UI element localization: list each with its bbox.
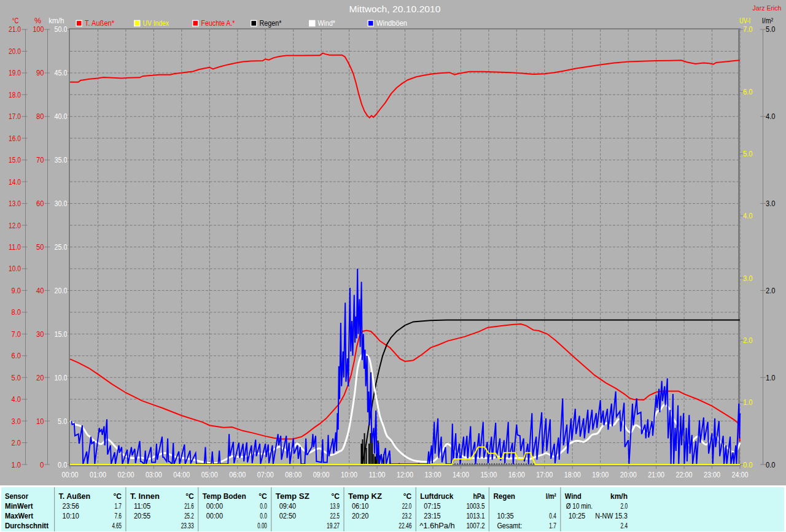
svg-text:0.0: 0.0	[260, 502, 267, 511]
svg-text:18.0: 18.0	[9, 90, 21, 99]
svg-text:07:15: 07:15	[424, 502, 440, 511]
svg-text:3.0: 3.0	[12, 417, 21, 426]
svg-text:%: %	[34, 17, 41, 25]
svg-text:Feuchte A.*: Feuchte A.*	[201, 19, 235, 28]
svg-text:0.0: 0.0	[260, 512, 267, 520]
svg-text:14.0: 14.0	[9, 177, 21, 187]
svg-text:0.00: 0.00	[257, 522, 267, 530]
svg-text:T. Innen: T. Innen	[130, 492, 160, 501]
svg-text:00:00: 00:00	[206, 502, 223, 511]
svg-text:Sensor: Sensor	[5, 492, 28, 501]
svg-text:08:00: 08:00	[285, 470, 302, 479]
svg-text:7.0: 7.0	[12, 330, 21, 339]
svg-text:06:10: 06:10	[352, 502, 368, 511]
svg-text:23:56: 23:56	[63, 502, 79, 511]
svg-text:Windböen: Windböen	[376, 19, 407, 28]
svg-text:2.0: 2.0	[766, 286, 776, 295]
svg-text:4.65: 4.65	[112, 522, 122, 530]
svg-text:20: 20	[36, 373, 44, 382]
svg-text:10:35: 10:35	[497, 512, 513, 520]
svg-text:30.0: 30.0	[55, 199, 68, 208]
svg-text:°C: °C	[113, 492, 122, 501]
svg-text:2.4: 2.4	[621, 522, 628, 530]
svg-text:22.5: 22.5	[330, 512, 340, 520]
svg-text:10.0: 10.0	[9, 264, 21, 273]
svg-text:0: 0	[40, 460, 44, 469]
svg-text:T. Außen: T. Außen	[59, 492, 91, 501]
svg-text:Regen: Regen	[493, 492, 515, 501]
svg-text:22:00: 22:00	[676, 470, 693, 479]
svg-text:Durchschnitt: Durchschnitt	[5, 522, 49, 530]
svg-text:11.0: 11.0	[9, 242, 21, 252]
svg-text:20:00: 20:00	[620, 470, 637, 479]
svg-text:40: 40	[36, 286, 44, 295]
svg-text:23.33: 23.33	[181, 522, 194, 530]
svg-text:Wind*: Wind*	[318, 19, 336, 28]
svg-text:km/h: km/h	[49, 17, 64, 25]
svg-text:00:00: 00:00	[206, 512, 223, 520]
svg-text:Gesamt:: Gesamt:	[497, 522, 522, 530]
svg-text:13:00: 13:00	[424, 470, 441, 479]
svg-text:20.0: 20.0	[9, 47, 21, 56]
svg-text:04:00: 04:00	[173, 470, 190, 479]
svg-text:13.9: 13.9	[330, 502, 340, 511]
svg-text:70: 70	[36, 155, 44, 164]
svg-text:Temp SZ: Temp SZ	[276, 492, 309, 501]
svg-text:4.0: 4.0	[12, 395, 21, 404]
svg-text:16:00: 16:00	[508, 470, 525, 479]
svg-text:10:25: 10:25	[569, 512, 585, 520]
svg-text:7.6: 7.6	[114, 512, 122, 520]
svg-text:30: 30	[36, 330, 44, 339]
svg-text:^1.6hPa/h: ^1.6hPa/h	[419, 522, 454, 530]
svg-text:23.2: 23.2	[402, 512, 412, 520]
svg-text:5.0: 5.0	[743, 149, 753, 158]
svg-text:1.0: 1.0	[743, 398, 753, 407]
svg-text:2.0: 2.0	[621, 502, 628, 511]
svg-text:35.0: 35.0	[55, 155, 68, 164]
svg-text:80: 80	[36, 112, 44, 121]
svg-text:20.0: 20.0	[55, 286, 68, 295]
svg-text:4.0: 4.0	[743, 211, 753, 220]
svg-text:3.0: 3.0	[766, 199, 776, 208]
svg-text:1013.1: 1013.1	[466, 512, 484, 520]
svg-text:°C: °C	[12, 17, 19, 25]
svg-text:05:00: 05:00	[201, 470, 218, 479]
svg-text:10: 10	[36, 417, 44, 426]
svg-text:5.0: 5.0	[766, 25, 776, 34]
svg-text:Mittwoch, 20.10.2010: Mittwoch, 20.10.2010	[349, 4, 441, 14]
svg-text:9.0: 9.0	[12, 286, 21, 295]
svg-text:Luftdruck: Luftdruck	[420, 492, 453, 501]
svg-text:00:00: 00:00	[62, 470, 79, 479]
svg-text:2.0: 2.0	[12, 438, 21, 447]
svg-text:1.0: 1.0	[766, 373, 776, 382]
svg-text:UV Index: UV Index	[143, 19, 169, 28]
svg-text:0.0: 0.0	[58, 460, 68, 469]
svg-text:13.0: 13.0	[9, 199, 21, 208]
svg-text:Wind: Wind	[565, 492, 582, 501]
svg-text:Temp Boden: Temp Boden	[203, 492, 246, 501]
svg-text:1.7: 1.7	[114, 502, 122, 511]
svg-text:23:00: 23:00	[704, 470, 720, 479]
svg-text:45.0: 45.0	[55, 68, 68, 77]
svg-text:MaxWert: MaxWert	[5, 512, 34, 520]
svg-text:09:40: 09:40	[279, 502, 296, 511]
svg-text:02:00: 02:00	[117, 470, 134, 479]
svg-text:MinWert: MinWert	[5, 502, 33, 511]
svg-text:UV-I: UV-I	[739, 17, 750, 25]
svg-text:0.0: 0.0	[766, 460, 776, 469]
svg-text:16.0: 16.0	[9, 134, 21, 143]
svg-text:7.0: 7.0	[743, 25, 753, 34]
svg-text:11:00: 11:00	[369, 470, 386, 479]
svg-text:19.27: 19.27	[327, 522, 340, 530]
svg-text:10:00: 10:00	[341, 470, 357, 479]
svg-text:21:00: 21:00	[648, 470, 664, 479]
svg-text:°C: °C	[259, 492, 267, 501]
svg-text:3.0: 3.0	[743, 274, 753, 283]
svg-text:hPa: hPa	[473, 492, 485, 501]
svg-text:1007.2: 1007.2	[466, 522, 484, 530]
svg-text:40.0: 40.0	[55, 112, 68, 121]
svg-text:1.7: 1.7	[549, 522, 556, 530]
svg-text:Regen*: Regen*	[260, 19, 282, 28]
svg-text:6.0: 6.0	[743, 87, 753, 96]
svg-text:T. Außen*: T. Außen*	[85, 19, 114, 28]
